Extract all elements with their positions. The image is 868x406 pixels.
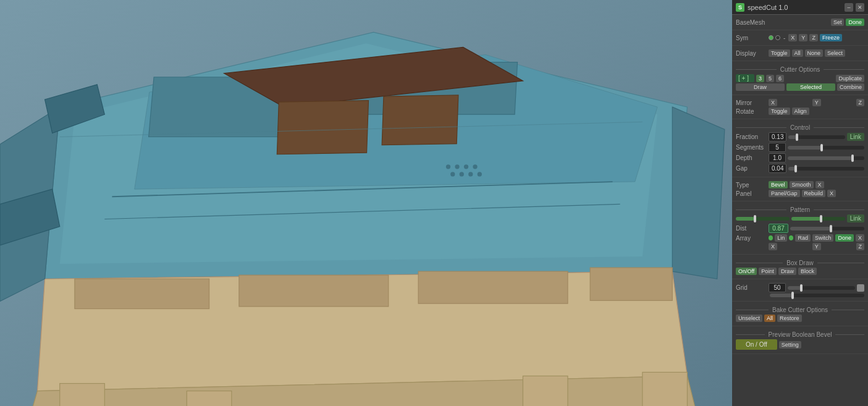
lin-button[interactable]: Lin <box>775 234 787 242</box>
grid-value[interactable]: 50 <box>769 283 786 292</box>
depth-slider-thumb[interactable] <box>851 154 854 162</box>
pattern-y-button[interactable]: Y <box>812 243 821 250</box>
panel-row: Panel Panel/Gap Rebuild X <box>736 190 864 197</box>
array-row: Array Lin Rad Switch Done X <box>736 234 864 242</box>
right-panel: S speedCut 1.0 – ✕ BaseMesh Set Done Sym… <box>732 0 868 406</box>
cutter-6-button[interactable]: 6 <box>776 75 784 82</box>
rad-button[interactable]: Rad <box>795 234 811 242</box>
grid-icon[interactable] <box>857 284 864 292</box>
grid-slider-thumb[interactable] <box>800 284 803 292</box>
array-radio1[interactable] <box>769 235 773 240</box>
dist-slider-thumb[interactable] <box>830 225 832 232</box>
align-button[interactable]: Align <box>792 108 809 115</box>
pattern-slider1-thumb[interactable] <box>754 215 756 222</box>
pattern-slider2-track[interactable] <box>791 217 845 221</box>
sym-label: Sym <box>736 35 767 41</box>
svg-point-21 <box>473 164 477 169</box>
toggle-button[interactable]: Toggle <box>769 49 790 57</box>
sym-dot2[interactable] <box>775 35 780 40</box>
preview-onoff-button[interactable]: On / Off <box>736 339 777 350</box>
dist-value[interactable]: 0.87 <box>769 224 788 233</box>
bevel-button[interactable]: Bevel <box>769 181 788 188</box>
combine-button[interactable]: Combine <box>837 83 864 91</box>
panel-x-button[interactable]: X <box>827 190 836 197</box>
pattern-z-button[interactable]: Z <box>856 243 865 250</box>
grid-row: Grid 50 <box>736 283 864 292</box>
depth-slider-track[interactable] <box>788 156 864 160</box>
duplicate-button[interactable]: Duplicate <box>836 75 864 82</box>
segments-slider-track[interactable] <box>788 146 864 150</box>
smooth-button[interactable]: Smooth <box>790 181 814 188</box>
fraction-value[interactable]: 0.13 <box>769 132 786 142</box>
viewport[interactable] <box>0 0 732 406</box>
selected-button[interactable]: Selected <box>786 83 835 91</box>
sym-x-button[interactable]: X <box>788 34 797 41</box>
freeze-button[interactable]: Freeze <box>820 34 842 41</box>
basemesh-section: BaseMesh Set Done <box>732 15 868 30</box>
grid-section: Grid 50 <box>732 279 868 302</box>
switch-button[interactable]: Switch <box>812 234 834 242</box>
fraction-slider-track[interactable] <box>788 135 845 139</box>
cutter-5-button[interactable]: 5 <box>766 75 774 82</box>
boxdraw-draw-button[interactable]: Draw <box>778 268 796 275</box>
type-x-button[interactable]: X <box>815 181 824 188</box>
sym-y-button[interactable]: Y <box>799 34 807 41</box>
mirror-y-button[interactable]: Y <box>812 99 821 106</box>
set-button[interactable]: Set <box>831 19 845 26</box>
done-button[interactable]: Done <box>846 19 864 26</box>
cutter-row: [ + ] 3 5 6 Duplicate <box>736 74 864 82</box>
control-section: Control Fraction 0.13 Link Segments 5 <box>732 119 868 177</box>
depth-label: Depth <box>736 154 767 161</box>
pattern-divider: Pattern <box>736 206 864 213</box>
svg-rect-31 <box>75 279 209 308</box>
array-radio2[interactable] <box>789 235 793 240</box>
all-button[interactable]: All <box>792 49 803 57</box>
rotate-row: Rotate Toggle Align <box>736 108 864 115</box>
pattern-x-button[interactable]: X <box>856 234 864 242</box>
pattern-section: Pattern Link Dist 0.87 <box>732 201 868 255</box>
svg-rect-10 <box>187 391 232 406</box>
pattern-x2-button[interactable]: X <box>769 243 777 250</box>
restore-button[interactable]: Restore <box>777 315 802 322</box>
gap-slider-track[interactable] <box>788 167 864 171</box>
fraction-link-button[interactable]: Link <box>847 133 864 141</box>
pattern-slider1-track[interactable] <box>736 217 790 221</box>
grid-slider2-thumb[interactable] <box>791 292 794 299</box>
type-row: Type Bevel Smooth X <box>736 181 864 188</box>
none-button[interactable]: None <box>805 49 824 57</box>
svg-point-20 <box>464 164 468 169</box>
rotate-toggle-button[interactable]: Toggle <box>769 108 790 115</box>
boxdraw-onoff-button[interactable]: On/Off <box>736 268 757 275</box>
pattern-slider2-thumb[interactable] <box>820 215 822 222</box>
panel-gap-button[interactable]: Panel/Gap <box>769 190 800 197</box>
pattern-done-button[interactable]: Done <box>835 234 854 242</box>
segments-value[interactable]: 5 <box>769 143 786 152</box>
grid-slider2-track[interactable] <box>770 294 864 297</box>
mirror-x-button[interactable]: X <box>769 99 777 106</box>
fraction-slider-thumb[interactable] <box>796 133 798 141</box>
boxdraw-block-button[interactable]: Block <box>798 268 817 275</box>
rebuild-button[interactable]: Rebuild <box>802 190 826 197</box>
close-button[interactable]: ✕ <box>856 3 864 12</box>
gap-slider-thumb[interactable] <box>794 165 797 172</box>
segments-slider-thumb[interactable] <box>820 144 823 151</box>
minimize-button[interactable]: – <box>845 3 853 12</box>
boxdraw-point-button[interactable]: Point <box>759 268 777 275</box>
mirror-z-button[interactable]: Z <box>856 99 865 106</box>
cutter-3-button[interactable]: 3 <box>756 75 764 82</box>
unselect-button[interactable]: Unselect <box>736 315 762 322</box>
preview-setting-button[interactable]: Setting <box>779 341 801 349</box>
select-button[interactable]: Select <box>825 49 845 57</box>
gap-value[interactable]: 0.04 <box>769 164 786 173</box>
sym-z-button[interactable]: Z <box>809 34 818 41</box>
pattern-link-button[interactable]: Link <box>847 214 864 222</box>
bake-all-button[interactable]: All <box>764 315 775 322</box>
sym-dot1[interactable] <box>769 35 773 40</box>
dist-slider-track[interactable] <box>790 227 864 230</box>
grid-slider-track[interactable] <box>788 286 855 290</box>
draw-button[interactable]: Draw <box>736 83 785 91</box>
sym-row: Sym - X Y Z Freeze <box>736 34 864 41</box>
depth-value[interactable]: 1.0 <box>769 153 786 163</box>
svg-rect-16 <box>277 101 368 154</box>
boxdraw-label: Box Draw <box>783 260 817 266</box>
